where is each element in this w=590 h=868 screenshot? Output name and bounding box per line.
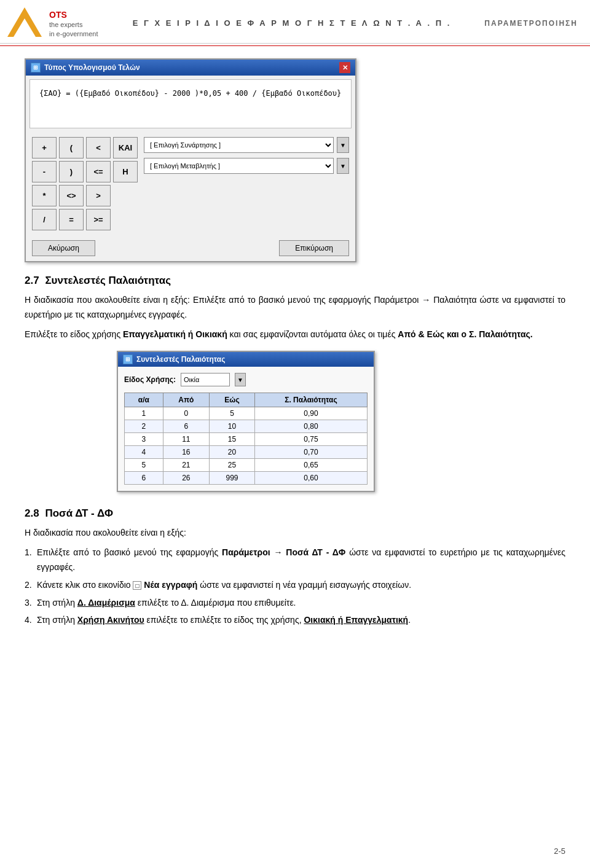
calc-buttons-grid: + ( < ΚΑΙ - ) <= Η * <> > / = >= <box>32 137 138 230</box>
calc-btn-open-paren[interactable]: ( <box>59 137 84 158</box>
table-cell: 0,70 <box>254 446 367 459</box>
table-cell: 0 <box>163 407 209 420</box>
dialog2-icon: ⊞ <box>123 354 133 364</box>
confirm-button[interactable]: Επικύρωση <box>279 240 349 256</box>
calc-btn-divide[interactable]: / <box>32 209 57 230</box>
calc-btn-gte[interactable]: >= <box>86 209 111 230</box>
logo-text: OTS the experts in e-government <box>49 9 98 38</box>
table-cell: 20 <box>210 446 255 459</box>
logo-triangle-inner <box>14 18 36 37</box>
list-num: 3. <box>25 596 32 611</box>
table-cell: 999 <box>210 472 255 485</box>
step2-bold: Νέα εγγραφή <box>144 580 197 590</box>
data-table: α/α Από Εώς Σ. Παλαιότητας 1050,9026100,… <box>124 393 368 485</box>
section27-para2-suffix: και σας εμφανίζονται αυτόματα όλες οι τι… <box>227 329 398 339</box>
variable-dropdown-arrow[interactable]: ▼ <box>337 158 349 174</box>
dialog1-titlebar: ⊞ Τύπος Υπολογισμού Τελών ✕ <box>26 60 355 76</box>
section27-para2-bold: Επαγγελματική ή Οικιακή <box>123 329 227 339</box>
filter-dropdown-arrow[interactable]: ▼ <box>235 373 246 386</box>
list-item: 1.Επιλέξτε από το βασικό μενού της εφαρμ… <box>25 545 565 575</box>
dialog1-formula: {ΣΑΟ} = ({Εμβαδό Οικοπέδου} - 2000 )*0,0… <box>36 86 345 101</box>
section27-para1: Η διαδικασία που ακολουθείτε είναι η εξή… <box>25 293 565 323</box>
calc-btn-plus[interactable]: + <box>32 137 57 158</box>
header: OTS the experts in e-government Ε Γ Χ Ε … <box>0 0 590 44</box>
section28-title: Ποσά ΔΤ - ΔΦ <box>45 507 113 519</box>
function-dropdown[interactable]: [ Επιλογή Συνάρτησης ] <box>144 137 334 153</box>
dropdown-row-1: [ Επιλογή Συνάρτησης ] ▼ <box>144 137 349 153</box>
table-cell: 4 <box>125 446 163 459</box>
dialog1-titlebar-left: ⊞ Τύπος Υπολογισμού Τελών <box>31 63 140 72</box>
dialog1-title: Τύπος Υπολογισμού Τελών <box>44 63 140 72</box>
table-cell: 15 <box>210 433 255 446</box>
calc-btn-multiply[interactable]: * <box>32 185 57 206</box>
dialog1-footer: Ακύρωση Επικύρωση <box>26 235 355 261</box>
section28-heading: 2.8 Ποσά ΔΤ - ΔΦ <box>25 507 565 520</box>
calc-btn-lt[interactable]: < <box>86 137 111 158</box>
calc-btn-lte[interactable]: <= <box>86 161 111 182</box>
dialog1-icon: ⊞ <box>31 63 41 72</box>
table-cell: 0,80 <box>254 420 367 433</box>
list-item: 2.Κάνετε κλικ στο εικονίδιο □ Νέα εγγραφ… <box>25 578 565 593</box>
new-entry-icon: □ <box>133 581 141 590</box>
cancel-button[interactable]: Ακύρωση <box>32 240 95 256</box>
table-cell: 6 <box>125 472 163 485</box>
table-cell: 11 <box>163 433 209 446</box>
page-number: 2-5 <box>554 846 565 856</box>
header-divider <box>0 45 590 46</box>
list-item: 4.Στη στήλη Χρήση Ακινήτου επιλέξτε το ε… <box>25 613 565 628</box>
section27-para2-bold2: Από & Εώς και ο Σ. Παλαιότητας. <box>398 329 532 339</box>
table-cell: 25 <box>210 459 255 472</box>
calc-btn-eq[interactable]: = <box>59 209 84 230</box>
dialog1-close-button[interactable]: ✕ <box>339 62 350 73</box>
step4-underline2: Οικιακή ή Επαγγελματική <box>304 615 408 625</box>
logo-line1: the experts <box>49 21 82 28</box>
step3-underline1: Δ. Διαμέρισμα <box>77 598 135 608</box>
table-cell: 0,65 <box>254 459 367 472</box>
list-num: 2. <box>25 578 32 593</box>
table-cell: 21 <box>163 459 209 472</box>
section27-para2: Επιλέξτε το είδος χρήσης Επαγγελματική ή… <box>25 327 565 342</box>
section28-number: 2.8 <box>25 507 39 519</box>
filter-label: Είδος Χρήσης: <box>124 375 176 384</box>
table-cell: 0,90 <box>254 407 367 420</box>
logo-box <box>6 6 43 40</box>
table-header-sp: Σ. Παλαιότητας <box>254 393 367 407</box>
table-row: 1050,90 <box>125 407 368 420</box>
list-item: 3.Στη στήλη Δ. Διαμέρισμα επιλέξτε το Δ.… <box>25 596 565 611</box>
section27-title: Συντελεστές Παλαιότητας <box>45 275 171 286</box>
dialog2-title: Συντελεστές Παλαιότητας <box>136 355 225 364</box>
table-cell: 1 <box>125 407 163 420</box>
calc-btn-close-paren[interactable]: ) <box>59 161 84 182</box>
variable-dropdown[interactable]: [ Επιλογή Μεταβλητής ] <box>144 158 334 174</box>
table-cell: 5 <box>125 459 163 472</box>
table-row: 26100,80 <box>125 420 368 433</box>
calc-btn-minus[interactable]: - <box>32 161 57 182</box>
calc-btn-gt[interactable]: > <box>86 185 111 206</box>
table-cell: 16 <box>163 446 209 459</box>
table-header-eos: Εώς <box>210 393 255 407</box>
table-header-aa: α/α <box>125 393 163 407</box>
table-cell: 3 <box>125 433 163 446</box>
dialog2-titlebar: ⊞ Συντελεστές Παλαιότητας <box>118 352 374 367</box>
header-right-label: ΠΑΡΑΜΕΤΡΟΠΟΙΗΣΗ <box>479 19 578 28</box>
list-num: 1. <box>25 545 32 560</box>
main-content: ⊞ Τύπος Υπολογισμού Τελών ✕ {ΣΑΟ} = ({Εμ… <box>0 49 590 643</box>
dialog2-window: ⊞ Συντελεστές Παλαιότητας Είδος Χρήσης: … <box>117 351 375 492</box>
calc-btn-neq[interactable]: <> <box>59 185 84 206</box>
section27-heading: 2.7 Συντελεστές Παλαιότητας <box>25 275 565 287</box>
calc-btn-h[interactable]: Η <box>113 161 138 182</box>
table-cell: 6 <box>163 420 209 433</box>
filter-input[interactable] <box>181 373 230 386</box>
step4-underline1: Χρήση Ακινήτου <box>77 615 144 625</box>
function-dropdown-arrow[interactable]: ▼ <box>337 137 349 153</box>
dropdown-row-2: [ Επιλογή Μεταβλητής ] ▼ <box>144 158 349 174</box>
numbered-list: 1.Επιλέξτε από το βασικό μενού της εφαρμ… <box>25 545 565 628</box>
dialog1-window: ⊞ Τύπος Υπολογισμού Τελών ✕ {ΣΑΟ} = ({Εμ… <box>25 58 356 262</box>
step1-bold: Παράμετροι → Ποσά ΔΤ - ΔΦ <box>222 547 345 557</box>
filter-row: Είδος Χρήσης: ▼ <box>124 373 368 386</box>
logo-area: OTS the experts in e-government <box>6 6 104 40</box>
section27-number: 2.7 <box>25 275 39 286</box>
table-cell: 0,60 <box>254 472 367 485</box>
logo-brand: OTS <box>49 10 67 20</box>
calc-btn-kai[interactable]: ΚΑΙ <box>113 137 138 158</box>
